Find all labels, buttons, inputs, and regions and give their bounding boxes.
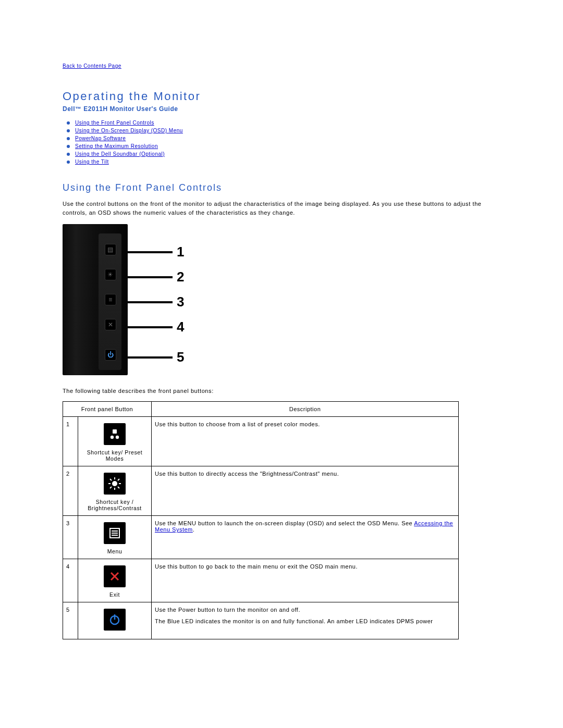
svg-point-2 bbox=[116, 436, 119, 439]
row-label: Menu bbox=[81, 548, 148, 554]
toc-link-powernap[interactable]: PowerNap Software bbox=[75, 135, 126, 141]
bullet-icon bbox=[67, 145, 70, 148]
bullet-icon bbox=[67, 121, 70, 125]
row-label: Shortcut key / Brightness/Contrast bbox=[81, 499, 148, 511]
exit-icon: ✕ bbox=[108, 322, 114, 328]
leader-line bbox=[128, 251, 173, 253]
menu-icon bbox=[104, 522, 126, 544]
table-row: 2 Shortcut key / Brightness/Contrast Use… bbox=[63, 466, 459, 516]
panel-button-2: ☀ bbox=[105, 269, 116, 280]
row-num: 5 bbox=[63, 602, 78, 639]
toc-link-front-panel[interactable]: Using the Front Panel Controls bbox=[75, 120, 154, 126]
section-intro: Use the control buttons on the front of … bbox=[63, 200, 500, 217]
section-heading: Using the Front Panel Controls bbox=[63, 182, 500, 193]
page-title: Operating the Monitor bbox=[63, 90, 500, 103]
desc-pre: Use the MENU button to launch the on-scr… bbox=[155, 520, 414, 526]
row-num: 3 bbox=[63, 516, 78, 559]
row-desc: Use this button to choose from a list of… bbox=[152, 417, 459, 466]
svg-rect-0 bbox=[113, 429, 117, 434]
table-row: 4 Exit Use this button to go back to the… bbox=[63, 559, 459, 602]
toc-link-tilt[interactable]: Using the Tilt bbox=[75, 159, 109, 165]
toc-link-osd-menu[interactable]: Using the On-Screen Display (OSD) Menu bbox=[75, 128, 183, 133]
row-num: 4 bbox=[63, 559, 78, 602]
panel-button-4: ✕ bbox=[105, 319, 116, 330]
label-1: 1 bbox=[177, 244, 185, 260]
brightness-contrast-icon bbox=[104, 473, 126, 495]
leader-line bbox=[128, 276, 173, 278]
power-icon: ⏻ bbox=[107, 352, 114, 358]
row-num: 1 bbox=[63, 417, 78, 466]
bullet-icon bbox=[67, 161, 70, 164]
brightness-icon: ☀ bbox=[107, 272, 114, 278]
leader-line bbox=[128, 326, 173, 328]
svg-line-9 bbox=[118, 487, 119, 488]
toc-list: Using the Front Panel Controls Using the… bbox=[63, 120, 500, 165]
panel-button-5: ⏻ bbox=[105, 349, 116, 361]
bullet-icon bbox=[67, 137, 70, 140]
menu-icon: ≡ bbox=[108, 297, 113, 303]
row-desc: Use the Power button to turn the monitor… bbox=[152, 602, 459, 639]
power-icon bbox=[104, 609, 126, 631]
label-2: 2 bbox=[177, 269, 185, 285]
front-panel-diagram: ▤ ☀ ≡ ✕ ⏻ 1 2 3 4 5 bbox=[63, 224, 500, 375]
label-3: 3 bbox=[177, 294, 185, 310]
label-4: 4 bbox=[177, 319, 185, 335]
row-label: Exit bbox=[81, 591, 148, 598]
bullet-icon bbox=[67, 153, 70, 156]
preset-modes-icon bbox=[104, 423, 126, 445]
panel-button-1: ▤ bbox=[105, 244, 116, 255]
leader-line bbox=[128, 356, 173, 359]
th-description: Description bbox=[152, 402, 459, 417]
desc-post: . bbox=[193, 526, 195, 533]
label-5: 5 bbox=[177, 349, 185, 365]
svg-line-8 bbox=[110, 479, 112, 480]
row-num: 2 bbox=[63, 466, 78, 516]
bullet-icon bbox=[67, 129, 70, 132]
desc-line-1: Use the Power button to turn the monitor… bbox=[155, 607, 455, 613]
svg-point-1 bbox=[111, 436, 114, 439]
leader-line bbox=[128, 301, 173, 303]
svg-point-3 bbox=[112, 481, 117, 486]
monitor-panel: ▤ ☀ ≡ ✕ ⏻ bbox=[63, 224, 128, 375]
table-row: 1 Shortcut key/ Preset Modes Use this bu… bbox=[63, 417, 459, 466]
table-row: 3 Menu Use the MENU button to launch the… bbox=[63, 516, 459, 559]
toc-link-soundbar[interactable]: Using the Dell Soundbar (Optional) bbox=[75, 151, 165, 157]
exit-icon bbox=[104, 565, 126, 587]
table-row: 5 Use the Power button to turn the monit… bbox=[63, 602, 459, 639]
back-to-contents-link[interactable]: Back to Contents Page bbox=[63, 63, 121, 69]
svg-line-11 bbox=[118, 479, 119, 480]
table-intro: The following table describes the front … bbox=[63, 388, 500, 394]
row-desc: Use this button to go back to the main m… bbox=[152, 559, 459, 602]
svg-line-10 bbox=[110, 487, 112, 488]
row-desc: Use the MENU button to launch the on-scr… bbox=[152, 516, 459, 559]
row-desc: Use this button to directly access the "… bbox=[152, 466, 459, 516]
panel-button-3: ≡ bbox=[105, 294, 116, 305]
toc-link-max-resolution[interactable]: Setting the Maximum Resolution bbox=[75, 143, 158, 149]
desc-line-2: The Blue LED indicates the monitor is on… bbox=[155, 618, 455, 624]
th-button: Front panel Button bbox=[63, 402, 152, 417]
preset-icon: ▤ bbox=[107, 246, 114, 253]
front-panel-table: Front panel Button Description 1 Shortcu… bbox=[63, 401, 459, 639]
page-subtitle: Dell™ E2011H Monitor User's Guide bbox=[63, 105, 500, 113]
row-label: Shortcut key/ Preset Modes bbox=[81, 449, 148, 462]
